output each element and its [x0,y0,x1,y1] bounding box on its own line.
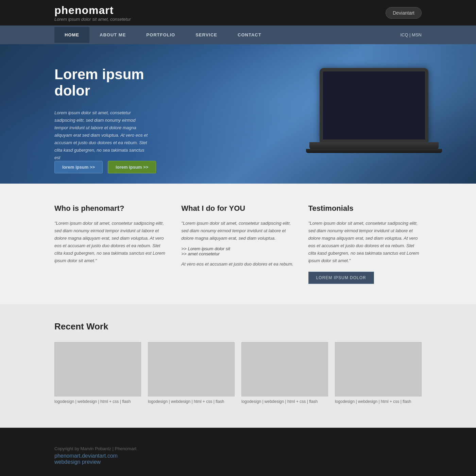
col-who: Who is phenomart? "Lorem ipsum dolor sit… [54,204,168,284]
logo-area: phenomart Lorem ipsum dolor sit amet, co… [54,4,131,22]
work-thumb-1[interactable] [54,342,141,396]
col-testimonials-body: "Lorem ipsum dolor sit amet, consetetur … [308,220,422,265]
laptop-base [309,142,439,150]
col-what-links: Lorem ipsum dolor sit amet consetetur [181,246,294,256]
hero-buttons: lorem ipsum >> lorem ipsum >> [54,161,156,173]
work-tags-4: logodesign | webdesign | html + css | fl… [335,399,422,404]
col-what: What I do for YOU "Lorem ipsum dolor sit… [181,204,294,284]
footer-link1[interactable]: phenomart.deviantart.com [54,453,422,459]
col-what-heading: What I do for YOU [181,204,294,213]
work-grid: logodesign | webdesign | html + css | fl… [54,342,422,404]
work-thumb-4[interactable] [335,342,422,396]
hero-section: Lorem ipsum dolor Lorem ipsum dolor sit … [0,44,476,184]
work-item-3: logodesign | webdesign | html + css | fl… [241,342,328,404]
col-what-body: "Lorem ipsum dolor sit amet, consetetur … [181,220,294,242]
nav-portfolio[interactable]: PORTFOLIO [136,27,185,43]
hero-body: Lorem ipsum dolor sit amet, consetetur s… [54,109,150,162]
col-what-extra: At vero eos et accusam et justo duo dolo… [181,260,294,268]
hero-heading: Lorem ipsum dolor [54,66,150,99]
nav-contact[interactable]: CONTACT [227,27,272,43]
footer-copyright: Copyright by Marvin Pobantz | Phenomart [54,445,422,453]
col-testimonials-heading: Testimonials [308,204,422,213]
header: phenomart Lorem ipsum dolor sit amet, co… [0,0,476,26]
site-tagline: Lorem ipsum dolor sit amet, consetetur [54,17,131,22]
hero-laptop-image [306,61,442,184]
laptop-bottom [306,149,442,153]
laptop-screen-inner [323,71,425,139]
hero-content: Lorem ipsum dolor Lorem ipsum dolor sit … [0,66,204,162]
hero-btn-1[interactable]: lorem ipsum >> [54,161,103,173]
deviantart-button[interactable]: Deviantart [386,7,422,19]
work-item-1: logodesign | webdesign | html + css | fl… [54,342,141,404]
work-thumb-2[interactable] [148,342,235,396]
main-content: Who is phenomart? "Lorem ipsum dolor sit… [0,184,476,304]
col-testimonials: Testimonials "Lorem ipsum dolor sit amet… [308,204,422,284]
work-item-2: logodesign | webdesign | html + css | fl… [148,342,235,404]
recent-work-heading: Recent Work [54,321,422,332]
nav-links: HOME ABOUT ME PORTFOLIO SERVICE CONTACT [54,27,272,43]
recent-work-section: Recent Work logodesign | webdesign | htm… [0,304,476,428]
work-tags-2: logodesign | webdesign | html + css | fl… [148,399,235,404]
col-who-heading: Who is phenomart? [54,204,168,213]
footer: Copyright by Marvin Pobantz | Phenomart … [0,428,476,476]
site-logo: phenomart [54,4,131,17]
col-who-body: "Lorem ipsum dolor sit amet, consetetur … [54,220,168,265]
nav-service[interactable]: SERVICE [185,27,227,43]
work-item-4: logodesign | webdesign | html + css | fl… [335,342,422,404]
work-tags-3: logodesign | webdesign | html + css | fl… [241,399,328,404]
nav-about[interactable]: ABOUT ME [89,27,136,43]
three-columns: Who is phenomart? "Lorem ipsum dolor sit… [54,204,422,284]
col-what-link2[interactable]: amet consetetur [181,251,294,256]
testimonials-button[interactable]: LOREM IPSUM DOLOR [308,272,374,284]
col-what-link1[interactable]: Lorem ipsum dolor sit [181,246,294,251]
work-tags-1: logodesign | webdesign | html + css | fl… [54,399,141,404]
footer-link2[interactable]: webdesign preview [54,459,422,465]
laptop-screen [320,68,428,143]
nav-home[interactable]: HOME [54,27,89,43]
nav-social[interactable]: ICQ | MSN [400,32,422,37]
work-thumb-3[interactable] [241,342,328,396]
hero-btn-2[interactable]: lorem ipsum >> [108,161,156,173]
navigation: HOME ABOUT ME PORTFOLIO SERVICE CONTACT … [0,26,476,44]
